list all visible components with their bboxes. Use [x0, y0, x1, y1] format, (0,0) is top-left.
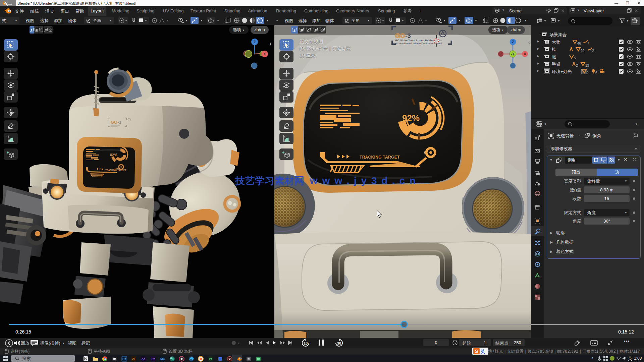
svg-text:Pr: Pr — [152, 357, 155, 361]
svg-text:X: X — [524, 52, 526, 56]
svg-text:92%: 92% — [402, 113, 420, 123]
svg-text:Ae: Ae — [142, 357, 146, 361]
svg-text:Z: Z — [254, 40, 256, 44]
svg-text:GO-3: GO-3 — [111, 120, 121, 125]
svg-text:X: X — [263, 52, 266, 56]
svg-text:30: 30 — [337, 341, 341, 345]
svg-text:Ps: Ps — [122, 357, 126, 361]
svg-text:Pt: Pt — [209, 357, 212, 361]
svg-text:TRACKING TARGET: TRACKING TARGET — [360, 155, 400, 160]
svg-text:TRACKING TARGET: TRACKING TARGET — [105, 169, 126, 171]
svg-text:Mu: Mu — [160, 357, 165, 361]
svg-text:82%: 82% — [110, 153, 117, 157]
svg-text:-Y: -Y — [511, 52, 515, 56]
svg-text:Ai: Ai — [132, 357, 135, 361]
svg-text:Z: Z — [512, 40, 514, 44]
svg-text:10: 10 — [304, 341, 308, 345]
